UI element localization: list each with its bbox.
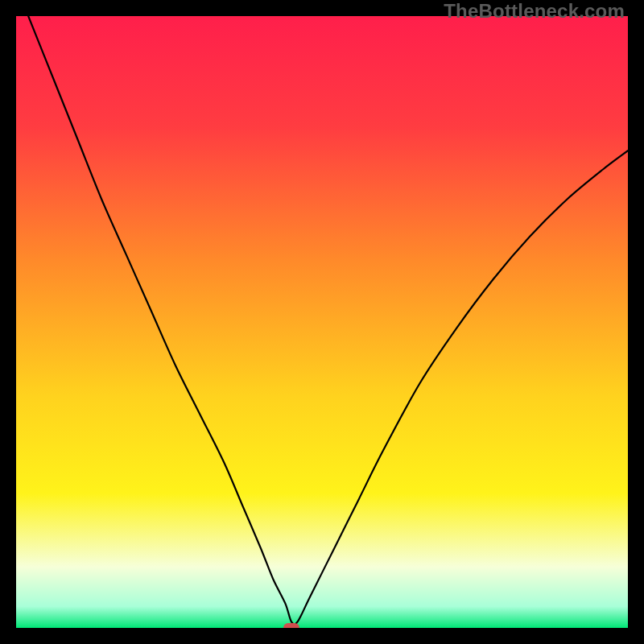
watermark-text: TheBottleneck.com (444, 0, 625, 23)
bottleneck-curve (16, 16, 628, 628)
chart-frame: TheBottleneck.com (0, 0, 644, 644)
plot-area (16, 16, 628, 628)
bottleneck-marker (283, 623, 299, 628)
